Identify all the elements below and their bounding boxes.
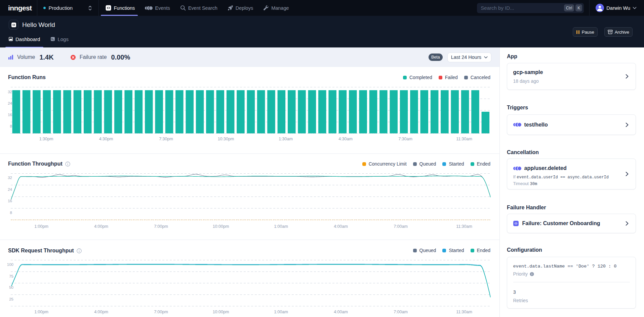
svg-text:7:00pm: 7:00pm (154, 310, 168, 314)
svg-text:50: 50 (9, 285, 13, 289)
svg-text:16: 16 (8, 199, 12, 203)
svg-text:11:30am: 11:30am (456, 224, 472, 229)
svg-text:24: 24 (8, 101, 12, 105)
svg-text:1:30pm: 1:30pm (39, 137, 53, 141)
svg-text:1:00am: 1:00am (274, 310, 288, 314)
svg-text:8: 8 (10, 211, 12, 215)
svg-text:1:00pm: 1:00pm (34, 224, 48, 229)
svg-text:1:00am: 1:00am (274, 224, 288, 229)
svg-text:10:00pm: 10:00pm (213, 310, 229, 314)
svg-text:4:30pm: 4:30pm (99, 137, 113, 141)
svg-text:75: 75 (9, 274, 13, 278)
svg-text:4:00am: 4:00am (334, 224, 348, 229)
svg-text:11:30am: 11:30am (456, 310, 472, 314)
svg-text:1:00pm: 1:00pm (34, 310, 48, 314)
svg-text:7:00am: 7:00am (394, 310, 408, 314)
svg-text:7:30pm: 7:30pm (159, 137, 173, 141)
svg-text:4:00pm: 4:00pm (94, 224, 108, 229)
svg-text:8: 8 (10, 124, 12, 128)
svg-text:7:30am: 7:30am (398, 137, 412, 141)
svg-text:32: 32 (8, 90, 12, 94)
svg-text:32: 32 (8, 176, 12, 180)
svg-text:100: 100 (7, 262, 13, 267)
svg-text:7:00pm: 7:00pm (154, 224, 168, 229)
svg-text:10:00pm: 10:00pm (213, 224, 229, 229)
svg-text:4:00pm: 4:00pm (94, 310, 108, 314)
svg-text:25: 25 (9, 297, 13, 301)
svg-text:16: 16 (8, 113, 12, 117)
svg-text:4:30am: 4:30am (338, 137, 353, 141)
svg-text:10:30pm: 10:30pm (218, 137, 234, 141)
svg-text:24: 24 (8, 187, 12, 191)
svg-text:11:30am: 11:30am (456, 137, 472, 141)
svg-text:1:30am: 1:30am (279, 137, 293, 141)
svg-text:7:00am: 7:00am (394, 224, 408, 229)
svg-text:4:00am: 4:00am (334, 310, 348, 314)
